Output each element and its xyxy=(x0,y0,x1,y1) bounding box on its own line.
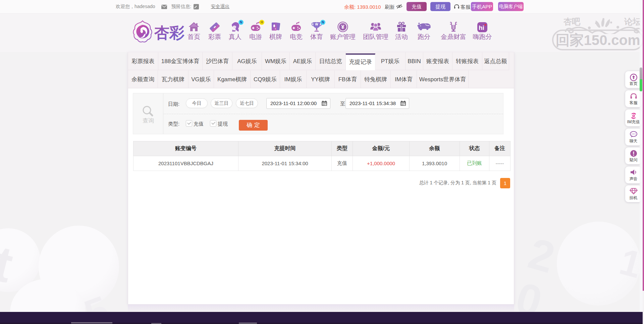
svg-text:¥: ¥ xyxy=(341,24,344,30)
svg-text:hi: hi xyxy=(479,24,484,31)
